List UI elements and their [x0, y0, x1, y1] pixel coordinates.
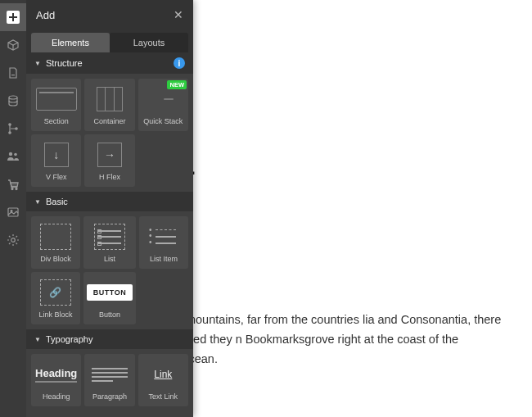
basic-grid: Div Block List List Item 🔗 Link Block BU… [26, 211, 193, 329]
element-paragraph[interactable]: Paragraph [84, 354, 134, 406]
panel-header: Add ✕ [26, 0, 193, 29]
element-v-flex[interactable]: ↓ V Flex [31, 134, 81, 187]
element-list-item[interactable]: List Item [139, 216, 188, 269]
close-icon[interactable]: ✕ [174, 8, 183, 21]
cms-icon[interactable] [0, 87, 26, 115]
svg-rect-3 [11, 75, 15, 75]
h-flex-icon: → [97, 143, 122, 167]
settings-icon[interactable] [0, 226, 26, 254]
add-panel: Add ✕ Elements Layouts ▼ Structure i Sec… [26, 0, 193, 417]
svg-point-7 [16, 128, 17, 129]
element-section[interactable]: Section [31, 79, 81, 131]
section-structure-title: Structure [46, 58, 83, 68]
structure-grid: Section Container NEW Quick Stack ↓ V Fl… [26, 74, 193, 192]
section-basic-header[interactable]: ▼ Basic [26, 192, 193, 211]
typography-grid: Heading Heading Paragraph Link Text Link [26, 349, 193, 411]
tab-elements[interactable]: Elements [31, 33, 110, 52]
element-quick-stack[interactable]: NEW Quick Stack [138, 79, 188, 131]
v-flex-icon: ↓ [44, 143, 69, 167]
svg-point-13 [11, 211, 12, 212]
list-item-icon [148, 224, 179, 250]
svg-point-5 [9, 124, 11, 125]
element-h-flex[interactable]: → H Flex [84, 134, 134, 187]
element-text-link[interactable]: Link Text Link [138, 354, 188, 406]
container-icon [97, 87, 123, 111]
element-heading[interactable]: Heading Heading [31, 354, 81, 406]
ecommerce-icon[interactable] [0, 170, 26, 198]
caret-down-icon: ▼ [34, 336, 41, 343]
element-list[interactable]: List [83, 216, 136, 269]
svg-point-11 [16, 188, 17, 190]
info-icon[interactable]: i [174, 57, 185, 69]
section-structure-header[interactable]: ▼ Structure i [26, 52, 193, 74]
tab-layouts[interactable]: Layouts [110, 33, 188, 52]
svg-point-14 [11, 238, 16, 242]
caret-down-icon: ▼ [34, 198, 41, 206]
button-icon: BUTTON [87, 284, 133, 301]
svg-point-8 [9, 152, 12, 156]
svg-point-9 [14, 153, 17, 156]
panel-tabs: Elements Layouts [26, 29, 193, 52]
add-tool-icon[interactable] [0, 3, 26, 31]
paragraph-icon [92, 368, 128, 382]
panel-title: Add [36, 9, 55, 21]
section-basic-title: Basic [46, 197, 68, 206]
svg-point-6 [9, 132, 11, 134]
list-icon [94, 224, 125, 250]
quick-stack-icon [152, 98, 174, 100]
svg-point-10 [11, 188, 13, 190]
panel-body: ▼ Structure i Section Container NEW [26, 52, 193, 417]
element-div-block[interactable]: Div Block [31, 216, 80, 269]
element-container[interactable]: Container [84, 79, 134, 131]
section-typography-title: Typography [46, 334, 92, 344]
assets-icon[interactable] [0, 198, 26, 226]
section-typography-header[interactable]: ▼ Typography [26, 329, 193, 349]
div-block-icon [40, 224, 71, 250]
new-badge: NEW [167, 80, 187, 89]
box-icon[interactable] [0, 31, 26, 59]
left-toolbar [0, 0, 26, 417]
svg-point-4 [9, 96, 17, 99]
svg-rect-2 [9, 16, 17, 18]
caret-down-icon: ▼ [34, 60, 41, 67]
users-icon[interactable] [0, 143, 26, 170]
element-link-block[interactable]: 🔗 Link Block [31, 272, 80, 324]
navigator-icon[interactable] [0, 115, 26, 143]
element-button[interactable]: BUTTON Button [83, 272, 136, 324]
pages-icon[interactable] [0, 59, 26, 87]
text-link-icon: Link [154, 369, 172, 380]
link-block-icon: 🔗 [40, 279, 71, 306]
heading-icon: Heading [35, 367, 77, 383]
section-icon [36, 88, 77, 111]
